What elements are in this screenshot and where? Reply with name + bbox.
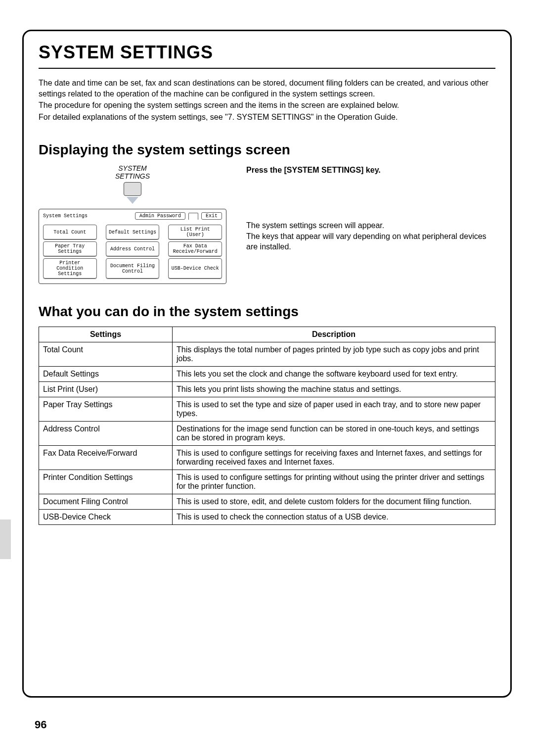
side-tab <box>0 520 11 559</box>
setting-name: Address Control <box>39 422 173 446</box>
table-row: Address ControlDestinations for the imag… <box>39 422 495 446</box>
key-caption-l2: SETTINGS <box>39 173 226 180</box>
list-print-user-button[interactable]: List Print(User) <box>168 225 222 239</box>
col-header-settings: Settings <box>39 327 173 342</box>
section-whatyoucando-title: What you can do in the system settings <box>39 304 495 320</box>
panel-header: System Settings Admin Password Exit <box>43 212 222 220</box>
settings-table: Settings Description Total CountThis dis… <box>39 327 495 525</box>
table-row: USB-Device CheckThis is used to check th… <box>39 510 495 525</box>
table-row: Document Filing ControlThis is used to s… <box>39 494 495 510</box>
setting-name: Total Count <box>39 342 173 367</box>
paper-tray-settings-button[interactable]: Paper TraySettings <box>43 241 97 256</box>
fax-data-button[interactable]: Fax DataReceive/Forward <box>168 241 222 256</box>
table-row: Fax Data Receive/ForwardThis is used to … <box>39 446 495 470</box>
exit-button[interactable]: Exit <box>201 212 222 220</box>
chevron-down-icon <box>127 197 138 204</box>
setting-desc: This is used to set the type and size of… <box>173 397 495 422</box>
page-number: 96 <box>35 718 46 731</box>
setting-desc: This lets you print lists showing the ma… <box>173 382 495 397</box>
setting-desc: This is used to configure settings for p… <box>173 470 495 494</box>
instruction-body-l2: The keys that appear will vary depending… <box>246 231 495 252</box>
setting-desc: Destinations for the image send function… <box>173 422 495 446</box>
default-settings-button[interactable]: Default Settings <box>106 225 160 239</box>
intro-p3: For detailed explanations of the system … <box>39 112 495 123</box>
col-header-description: Description <box>173 327 495 342</box>
section-display-title: Displaying the system settings screen <box>39 142 495 158</box>
panel-button-grid: Total Count Default Settings List Print(… <box>43 225 222 279</box>
intro-block: The date and time can be set, fax and sc… <box>39 78 495 122</box>
intro-p1: The date and time can be set, fax and sc… <box>39 78 495 99</box>
setting-name: Default Settings <box>39 367 173 382</box>
setting-name: Paper Tray Settings <box>39 397 173 422</box>
setting-name: USB-Device Check <box>39 510 173 525</box>
document-filing-button[interactable]: Document FilingControl <box>106 258 160 279</box>
system-settings-key-icon <box>124 182 141 196</box>
setting-name: List Print (User) <box>39 382 173 397</box>
admin-password-button[interactable]: Admin Password <box>135 212 185 220</box>
setting-desc: This lets you set the clock and change t… <box>173 367 495 382</box>
table-row: Total CountThis displays the total numbe… <box>39 342 495 367</box>
printer-condition-button[interactable]: Printer ConditionSettings <box>43 258 97 279</box>
intro-p2: The procedure for opening the system set… <box>39 100 495 111</box>
page-frame: SYSTEM SETTINGS The date and time can be… <box>22 30 512 698</box>
key-caption-l1: SYSTEM <box>39 165 226 172</box>
system-settings-panel: System Settings Admin Password Exit Tota… <box>39 209 226 284</box>
table-row: Printer Condition SettingsThis is used t… <box>39 470 495 494</box>
instruction-title: Press the [SYSTEM SETTINGS] key. <box>246 165 495 176</box>
display-right: Press the [SYSTEM SETTINGS] key. The sys… <box>246 165 495 284</box>
table-row: List Print (User)This lets you print lis… <box>39 382 495 397</box>
page-title: SYSTEM SETTINGS <box>39 42 495 69</box>
key-block: SYSTEM SETTINGS <box>39 165 226 204</box>
setting-desc: This is used to check the connection sta… <box>173 510 495 525</box>
address-control-button[interactable]: Address Control <box>106 241 160 256</box>
panel-title: System Settings <box>43 213 88 219</box>
table-row: Paper Tray SettingsThis is used to set t… <box>39 397 495 422</box>
total-count-button[interactable]: Total Count <box>43 225 97 239</box>
usb-device-check-button[interactable]: USB-Device Check <box>168 258 222 279</box>
tab-icon <box>188 213 198 220</box>
table-row: Default SettingsThis lets you set the cl… <box>39 367 495 382</box>
setting-desc: This is used to configure settings for r… <box>173 446 495 470</box>
display-left: SYSTEM SETTINGS System Settings Admin Pa… <box>39 165 226 284</box>
instruction-body-l1: The system settings screen will appear. <box>246 220 495 231</box>
setting-name: Fax Data Receive/Forward <box>39 446 173 470</box>
setting-desc: This is used to store, edit, and delete … <box>173 494 495 510</box>
setting-name: Printer Condition Settings <box>39 470 173 494</box>
setting-desc: This displays the total number of pages … <box>173 342 495 367</box>
setting-name: Document Filing Control <box>39 494 173 510</box>
display-row: SYSTEM SETTINGS System Settings Admin Pa… <box>39 165 495 284</box>
